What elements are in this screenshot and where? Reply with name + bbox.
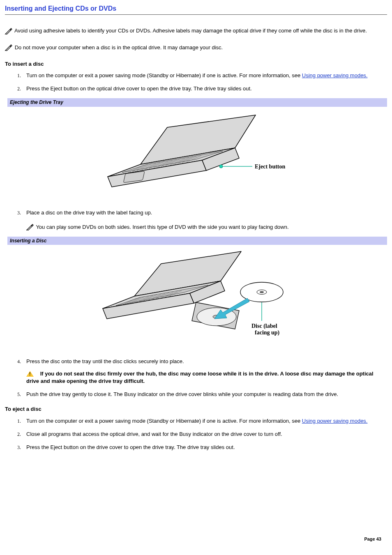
note-text: Avoid using adhesive labels to identify …: [14, 28, 367, 34]
step-text: Turn on the computer or exit a power sav…: [26, 418, 302, 424]
list-item: Turn on the computer or exit a power sav…: [22, 417, 387, 425]
page-number: Page 43: [364, 536, 381, 542]
pencil-note-icon: [5, 28, 12, 35]
note-moving: Do not move your computer when a disc is…: [5, 44, 387, 51]
pencil-note-icon: [5, 44, 12, 51]
note-dvd-sides: You can play some DVDs on both sides. In…: [26, 223, 387, 231]
label-disc-b: facing up): [255, 329, 280, 336]
label-eject-button: Eject button: [255, 164, 285, 170]
step-text: Turn on the computer or exit a power sav…: [26, 72, 302, 78]
list-item: Press the Eject button on the drive cove…: [22, 444, 387, 451]
svg-point-23: [219, 165, 223, 168]
caption-eject-tray: Ejecting the Drive Tray: [7, 98, 387, 107]
svg-point-48: [260, 291, 264, 293]
warning-block: If you do not seat the disc firmly over …: [26, 370, 387, 385]
list-item: Close all programs that access the optic…: [22, 431, 387, 438]
figure-insert-disc: Disc (label facing up): [5, 249, 387, 348]
laptop-insert-illustration: Disc (label facing up): [95, 249, 297, 345]
link-power-saving[interactable]: Using power saving modes.: [302, 72, 368, 78]
laptop-eject-illustration: Eject button: [99, 111, 293, 197]
warning-triangle-icon: [26, 371, 34, 377]
note-text: Do not move your computer when a disc is…: [15, 44, 223, 51]
pencil-note-icon: [26, 224, 34, 230]
svg-line-0: [5, 34, 6, 35]
figure-eject-tray: Eject button: [5, 111, 387, 199]
svg-line-1: [5, 50, 6, 51]
list-item: Turn on the computer or exit a power sav…: [22, 72, 387, 79]
heading-insert: To insert a disc: [5, 60, 387, 68]
note-text: You can play some DVDs on both sides. In…: [36, 224, 288, 230]
link-power-saving[interactable]: Using power saving modes.: [302, 418, 368, 424]
insert-steps-c: Press the disc onto the tray until the d…: [5, 358, 387, 398]
list-item: Push the drive tray gently to close it. …: [22, 391, 387, 398]
warning-text: If you do not seat the disc firmly over …: [26, 371, 374, 384]
list-item: Press the Eject button on the optical dr…: [22, 85, 387, 92]
caption-insert-disc: Inserting a Disc: [7, 237, 387, 245]
eject-steps: Turn on the computer or exit a power sav…: [5, 417, 387, 451]
page-title: Inserting and Ejecting CDs or DVDs: [5, 4, 387, 15]
svg-line-25: [26, 230, 27, 230]
label-disc-a: Disc (label: [251, 323, 277, 329]
insert-steps-a: Turn on the computer or exit a power sav…: [5, 72, 387, 92]
note-adhesive: Avoid using adhesive labels to identify …: [5, 27, 387, 35]
insert-steps-b: Place a disc on the drive tray with the …: [5, 209, 387, 230]
step-text: Place a disc on the drive tray with the …: [26, 210, 152, 216]
list-item: Place a disc on the drive tray with the …: [22, 209, 387, 230]
list-item: Press the disc onto the tray until the d…: [22, 358, 387, 385]
heading-eject: To eject a disc: [5, 405, 387, 413]
step-text: Press the disc onto the tray until the d…: [26, 358, 184, 364]
